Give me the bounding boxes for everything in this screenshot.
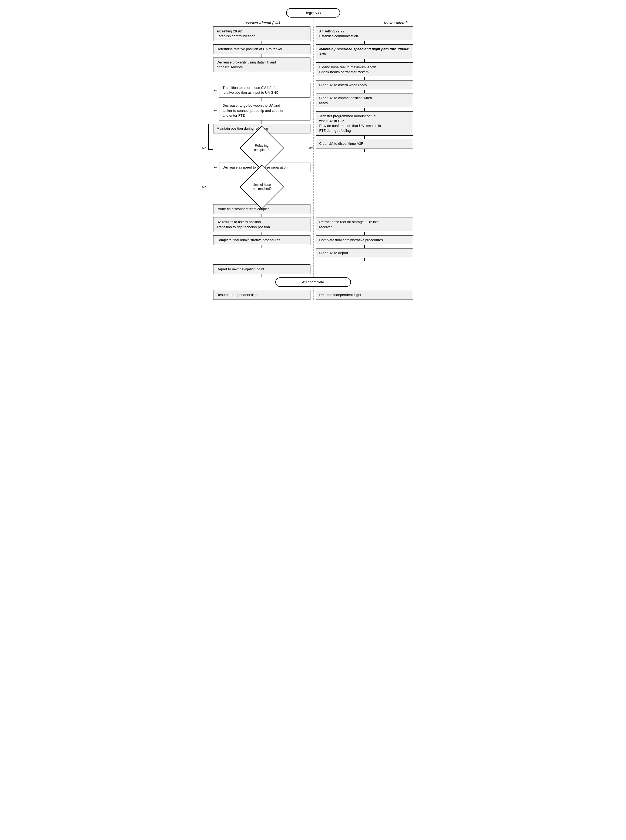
left-column: Alt setting 29.92Establish communication… (213, 27, 313, 217)
left-decrease-prox-text: Decrease proximity using datalink andonb… (217, 60, 276, 69)
left-decrease-prox-box: Decrease proximity using datalink andonb… (213, 58, 310, 72)
right-discontinue-text: Clear UA to discontinue A3R (319, 142, 364, 145)
right-init-box: Alt setting 29.92Establish communication (316, 27, 413, 41)
right-extend-box: Extend hose reel to maximum lengthCheck … (316, 62, 413, 77)
left-returns-box: UA returns to astern positionTransition … (213, 217, 310, 232)
right-admin-text: Complete final administrative procedures (319, 238, 383, 242)
left-decrease-range-row: ← Decrease range between the UA andtanke… (213, 101, 310, 120)
right-discontinue-box: Clear UA to discontinue A3R (316, 139, 413, 148)
left-init-box: Alt setting 29.92Establish communication (213, 27, 310, 41)
left-transition-row: ← Transition to astern; use CV info forr… (213, 83, 310, 97)
right-col-header-wrap: Tanker Aircraft (313, 21, 413, 27)
right-transfer-text: Transfer programmed amount of fuelwhen U… (319, 114, 381, 133)
no-text-refueling: No (202, 147, 207, 150)
left-resume-text: Resume Independent flight (217, 293, 258, 297)
left-col-header-wrap: Receiver Aircraft (UA) (213, 21, 313, 27)
right-clear-contact-text: Clear UA to contact position whenready (319, 96, 372, 105)
right-lower: Retract hose reel for storage if UA last… (313, 217, 413, 277)
right-admin-box: Complete final administrative procedures (316, 235, 413, 245)
right-clear-astern-box: Clear UA to astern when ready (316, 80, 413, 90)
left-admin-box: Complete final administrative procedures (213, 235, 310, 245)
begin-ellipse: Begin A3R (286, 8, 340, 17)
column-headers: Receiver Aircraft (UA) Tanker Aircraft (213, 21, 413, 27)
no-label-refueling: No (202, 146, 207, 150)
right-maintain-box: Maintain prescribed speed and flight pat… (316, 44, 413, 59)
right-column: Alt setting 29.92Establish communication… (313, 27, 413, 217)
right-clear-contact-box: Clear UA to contact position whenready (316, 93, 413, 108)
left-rel-pos-text: Determine relative position of UA to tan… (217, 47, 283, 51)
diamond-refueling-wrap: Refuelingcomplete? Yes → No (213, 139, 310, 157)
right-extend-text: Extend hose reel to maximum lengthCheck … (319, 65, 376, 74)
right-resume-box: Resume Independent flight (316, 290, 413, 300)
right-init-text: Alt setting 29.92Establish communication (319, 29, 358, 38)
main-two-col: Alt setting 29.92Establish communication… (213, 27, 413, 217)
right-resume-wrap: Resume Independent flight (313, 290, 413, 300)
left-rel-pos-box: Determine relative position of UA to tan… (213, 44, 310, 54)
right-retract-box: Retract hose reel for storage if UA last… (316, 217, 413, 232)
left-decrease-range-box: Decrease range between the UA andtanker … (219, 101, 310, 120)
left-resume-wrap: Resume Independent flight (213, 290, 313, 300)
end-flow: A3R complete (213, 277, 413, 290)
right-resume-text: Resume Independent flight (319, 293, 361, 297)
right-retract-text: Retract hose reel for storage if UA last… (319, 220, 379, 229)
end-ellipse: A3R complete (275, 277, 351, 287)
end-label: A3R complete (302, 280, 324, 284)
right-depart-box: Clear UA to depart (316, 248, 413, 258)
right-depart-text: Clear UA to depart (319, 251, 348, 255)
diagram-container: Begin A3R Receiver Aircraft (UA) Tanker … (208, 5, 418, 303)
left-resume-box: Resume Independent flight (213, 290, 310, 300)
lower-two-col: UA returns to astern positionTransition … (213, 217, 413, 277)
left-transition-box: Transition to astern; use CV info forrel… (219, 83, 310, 97)
no-text-hose: No (202, 185, 207, 189)
left-decrease-range-text: Decrease range between the UA andtanker … (223, 103, 283, 117)
diamond-refueling-text: Refuelingcomplete? (254, 144, 269, 152)
left-depart-box: Depart to next navigation point (213, 264, 310, 274)
left-transition-text: Transition to astern; use CV info forrel… (223, 86, 280, 95)
left-col-header: Receiver Aircraft (UA) (243, 21, 280, 25)
diamond-hose-wrap: Limit of hosereel reached? No (213, 178, 310, 196)
diamond-hose-text: Limit of hosereel reached? (252, 183, 272, 191)
left-airspeed-text: Decrease airspeed to increase separation (223, 165, 288, 169)
right-col-header: Tanker Aircraft (383, 21, 413, 25)
begin-label: Begin A3R (305, 11, 321, 15)
left-lower: UA returns to astern positionTransition … (213, 217, 313, 277)
left-init-text: Alt setting 29.92Establish communication (217, 29, 255, 38)
no-label-hose: No (202, 185, 207, 189)
left-depart-text: Depart to next navigation point (217, 267, 264, 271)
right-maintain-text: Maintain prescribed speed and flight pat… (319, 47, 408, 56)
flow-start: Begin A3R (213, 8, 413, 21)
right-clear-astern-text: Clear UA to astern when ready (319, 83, 367, 87)
resume-row: Resume Independent flight Resume Indepen… (213, 290, 413, 300)
left-returns-text: UA returns to astern positionTransition … (217, 220, 270, 229)
right-transfer-box: Transfer programmed amount of fuelwhen U… (316, 111, 413, 136)
left-admin-text: Complete final administrative procedures (217, 238, 280, 242)
